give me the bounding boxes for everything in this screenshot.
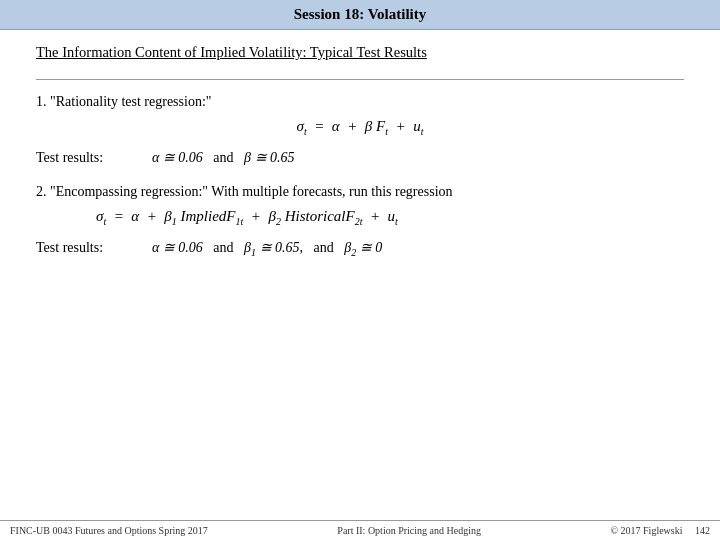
and2: and <box>213 240 233 255</box>
test-results2: Test results: α ≅ 0.06 and β1 ≅ 0.65, an… <box>36 239 684 258</box>
footer: FINC-UB 0043 Futures and Options Spring … <box>0 520 720 540</box>
section1: 1. "Rationality test regression:" σt = α… <box>36 94 684 166</box>
and1: and <box>213 150 233 165</box>
formula2: σt = α + β1 ImpliedF1t + β2 HistoricalF2… <box>96 208 684 227</box>
section2: 2. "Encompassing regression:" With multi… <box>36 184 684 258</box>
footer-left: FINC-UB 0043 Futures and Options Spring … <box>10 525 208 536</box>
formula1-text: σt = α + β Ft + ut <box>297 118 424 137</box>
formula1: σt = α + β Ft + ut <box>36 118 684 137</box>
formula2-text: σt = α + β1 ImpliedF1t + β2 HistoricalF2… <box>96 208 398 227</box>
divider1 <box>36 79 684 80</box>
and3: and <box>314 240 334 255</box>
test-results1-value: α ≅ 0.06 and β ≅ 0.65 <box>152 149 295 166</box>
header-bar: Session 18: Volatility <box>0 0 720 30</box>
header-title: Session 18: Volatility <box>294 6 427 22</box>
footer-right: © 2017 Figlewski 142 <box>610 525 710 536</box>
test-results2-label: Test results: <box>36 240 146 256</box>
section1-title: 1. "Rationality test regression:" <box>36 94 684 110</box>
test-results1: Test results: α ≅ 0.06 and β ≅ 0.65 <box>36 149 684 166</box>
test-results2-value: α ≅ 0.06 and β1 ≅ 0.65, and β2 ≅ 0 <box>152 239 382 258</box>
footer-center: Part II: Option Pricing and Hedging <box>337 525 481 536</box>
test-results1-label: Test results: <box>36 150 146 166</box>
section2-title: 2. "Encompassing regression:" With multi… <box>36 184 684 200</box>
subtitle: The Information Content of Implied Volat… <box>36 44 684 61</box>
